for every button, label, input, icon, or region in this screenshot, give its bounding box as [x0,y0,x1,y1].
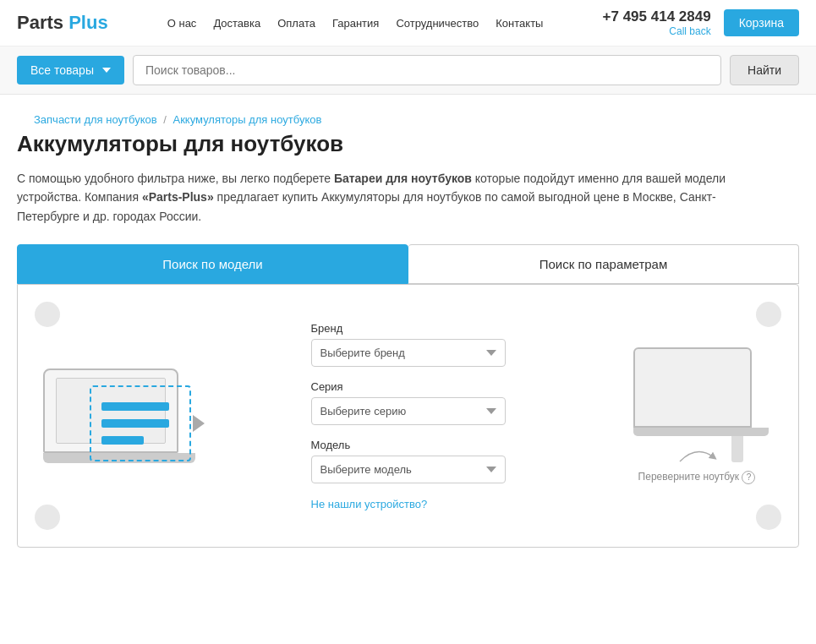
question-badge[interactable]: ? [742,471,755,484]
search-tabs: Поиск по модели Поиск по параметрам [17,244,799,284]
page-description: С помощью удобного фильтра ниже, вы легк… [17,169,753,226]
breadcrumb-current: Аккумуляторы для ноутбуков [173,113,322,126]
series-select[interactable]: Выберите серию [311,397,506,425]
header: Parts Plus О нас Доставка Оплата Гаранти… [0,0,816,46]
flip-text: Переверните ноутбук ? [638,471,756,483]
breadcrumb-separator: / [163,113,167,126]
series-group: Серия Выберите серию [311,380,506,425]
laptop-right-base [633,428,769,436]
selection-lines [91,387,189,460]
breadcrumb: Запчасти для ноутбуков / Аккумуляторы дл… [17,103,799,131]
laptop-right-img [633,347,760,432]
flip-text-block: Переверните ноутбук ? [638,440,756,484]
desc-bold2: «Parts-Plus» [142,190,214,204]
all-products-button[interactable]: Все товары [17,56,124,85]
all-products-label: Все товары [30,63,94,77]
sel-line-1 [101,402,169,411]
model-group: Модель Выберите модель [311,439,506,483]
laptop-left-illustration [35,368,204,463]
phone-number: +7 495 414 2849 [603,8,711,25]
nav-cooperation[interactable]: Сотрудничество [396,17,479,30]
nav-warranty[interactable]: Гарантия [332,17,379,30]
laptop-right-screen [633,347,752,428]
search-bar: Все товары Найти [0,46,816,95]
cart-button[interactable]: Корзина [724,9,799,36]
corner-circle-br [756,505,781,530]
search-input[interactable] [133,55,721,85]
filter-box: Бренд Выберите бренд Серия Выберите сери… [17,284,799,548]
breadcrumb-parts[interactable]: Запчасти для ноутбуков [34,113,157,126]
logo-plus: Plus [63,12,108,33]
arrow-pointer-icon [193,415,205,432]
callback-link[interactable]: Call back [603,25,711,37]
search-button[interactable]: Найти [730,55,799,85]
brand-label: Бренд [311,322,506,335]
series-label: Серия [311,380,506,393]
flip-arrow-icon [671,440,722,466]
model-label: Модель [311,439,506,451]
phone-block: +7 495 414 2849 Call back [603,8,711,37]
selection-box [90,385,191,461]
page-title: Аккумуляторы для ноутбуков [17,131,799,157]
tab-model-search[interactable]: Поиск по модели [17,244,408,284]
brand-group: Бренд Выберите бренд [311,322,506,367]
logo[interactable]: Parts Plus [17,12,108,34]
main-nav: О нас Доставка Оплата Гарантия Сотруднич… [167,17,544,30]
filter-inner: Бренд Выберите бренд Серия Выберите сери… [35,302,781,530]
desc-start: С помощью удобного фильтра ниже, вы легк… [17,172,334,185]
chevron-down-icon [102,68,111,73]
sel-line-3 [101,436,144,445]
model-select[interactable]: Выберите модель [311,456,506,483]
corner-circle-tl [35,302,60,327]
nav-payment[interactable]: Оплата [277,17,315,30]
logo-parts: Parts [17,12,63,33]
main-content: Запчасти для ноутбуков / Аккумуляторы дл… [0,95,816,573]
sel-line-2 [101,419,169,428]
nav-contacts[interactable]: Контакты [496,17,543,30]
corner-circle-tr [756,302,781,327]
not-found-link[interactable]: Не нашли устройство? [311,498,428,510]
filter-form: Бренд Выберите бренд Серия Выберите сери… [311,314,506,519]
nav-about[interactable]: О нас [167,17,197,30]
brand-select[interactable]: Выберите бренд [311,339,506,367]
header-right: +7 495 414 2849 Call back Корзина [603,8,799,37]
tab-param-search[interactable]: Поиск по параметрам [408,244,799,284]
desc-bold1: Батареи для ноутбуков [334,172,472,185]
nav-delivery[interactable]: Доставка [213,17,260,30]
corner-circle-bl [35,505,60,530]
laptop-right-illustration: Переверните ноутбук ? [612,347,781,484]
laptop-with-selection [43,368,195,463]
